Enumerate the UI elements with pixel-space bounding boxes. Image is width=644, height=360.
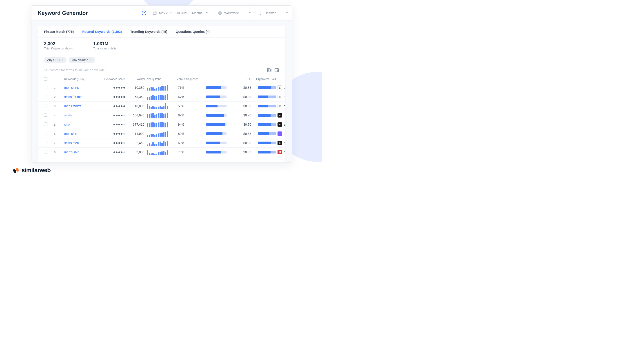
search-icon bbox=[44, 68, 48, 72]
row-checkbox[interactable] bbox=[44, 104, 48, 108]
app-window: Keyword Generator May 2021 - Jul 2021 (3… bbox=[31, 6, 292, 163]
cpc-value: $0.70 bbox=[229, 114, 251, 117]
tab[interactable]: Questions Queries (4) bbox=[176, 26, 210, 37]
row-checkbox[interactable] bbox=[44, 113, 48, 117]
relevance-dots bbox=[96, 106, 125, 107]
brand-name: similarweb bbox=[22, 167, 50, 174]
col-relevance[interactable]: Relevance Score bbox=[96, 78, 125, 81]
cpc-value: $0.83 bbox=[229, 95, 251, 99]
trend-sparkline bbox=[146, 112, 177, 118]
help-button[interactable] bbox=[139, 6, 149, 20]
row-index: 3 bbox=[54, 104, 64, 108]
leader-domain[interactable]: myntra.com bbox=[284, 95, 285, 99]
zero-click-bar bbox=[206, 151, 226, 154]
leader-domain[interactable]: shein.com bbox=[284, 123, 285, 126]
leader-favicon: S bbox=[278, 122, 282, 127]
chevron-down-icon: ▼ bbox=[62, 59, 64, 61]
results-card: Phrase Match (775)Related Keywords (2,30… bbox=[38, 26, 285, 162]
relevance-dots bbox=[96, 96, 125, 98]
svg-rect-15 bbox=[270, 69, 272, 70]
keyword-link[interactable]: men shirts bbox=[64, 86, 96, 90]
table-row: 7shirts men2,46068%$0.83Sshein.com bbox=[38, 138, 285, 148]
columns-settings-button[interactable] bbox=[274, 68, 279, 72]
col-keywords[interactable]: Keywords (2,302) bbox=[64, 78, 96, 81]
col-leader[interactable]: Leader bbox=[284, 78, 285, 81]
leader-favicon bbox=[278, 104, 282, 108]
col-ovp[interactable]: Organic vs. Paid bbox=[251, 78, 276, 81]
row-checkbox[interactable] bbox=[44, 141, 48, 144]
col-zero-click[interactable]: Zero-click queries bbox=[177, 78, 206, 81]
date-range-selector[interactable]: May 2021 - Jul 2021 (3 Months) ▼ bbox=[149, 6, 214, 20]
leader-domain[interactable]: amazon.com bbox=[284, 86, 285, 90]
row-checkbox[interactable] bbox=[44, 86, 48, 89]
tab[interactable]: Phrase Match (775) bbox=[44, 26, 74, 37]
table-row: 1men shirts10,38071%$0.83aamazon.com bbox=[38, 83, 285, 92]
keyword-link[interactable]: men shirt bbox=[64, 132, 96, 136]
row-index: 2 bbox=[54, 95, 64, 99]
select-all-checkbox[interactable] bbox=[44, 77, 48, 81]
row-checkbox[interactable] bbox=[44, 95, 48, 98]
col-volume[interactable]: Volume bbox=[125, 78, 146, 81]
leader-domain[interactable]: next.co.uk bbox=[284, 114, 285, 117]
leader-favicon: M bbox=[278, 150, 282, 154]
search-input[interactable] bbox=[50, 68, 265, 72]
tab[interactable]: Related Keywords (2,302) bbox=[82, 26, 122, 37]
cpc-value: $0.83 bbox=[229, 141, 251, 145]
volume-value: 377,410 bbox=[125, 123, 146, 126]
volume-value: 3,890 bbox=[125, 150, 146, 154]
row-checkbox[interactable] bbox=[44, 150, 48, 154]
keyword-link[interactable]: shirts for men bbox=[64, 95, 96, 99]
leader-domain[interactable]: matalan.co.uk bbox=[284, 150, 285, 154]
table-row: 2shirts for men63,36067%$0.83myntra.com bbox=[38, 92, 285, 102]
leader-favicon: S bbox=[278, 141, 282, 145]
cpc-value: $0.83 bbox=[229, 86, 251, 90]
date-range-label: May 2021 - Jul 2021 (3 Months) bbox=[159, 11, 204, 15]
device-selector[interactable]: Desktop ▼ bbox=[255, 6, 292, 20]
table-row: 3mens tshirts10,03055%$0.83nordstrom.com bbox=[38, 102, 285, 111]
leader-domain[interactable]: nordstrom.com bbox=[284, 104, 285, 108]
zero-click-bar bbox=[206, 132, 226, 135]
svg-rect-16 bbox=[270, 70, 272, 70]
total-visits-value: 1.031M bbox=[93, 41, 116, 46]
row-checkbox[interactable] bbox=[44, 122, 48, 126]
tabs: Phrase Match (775)Related Keywords (2,30… bbox=[38, 26, 285, 38]
export-excel-button[interactable] bbox=[267, 68, 272, 72]
relevance-dots bbox=[96, 142, 125, 144]
tab[interactable]: Trending Keywords (45) bbox=[130, 26, 167, 37]
leader-favicon bbox=[278, 132, 282, 136]
trend-sparkline bbox=[146, 149, 177, 155]
globe-icon bbox=[218, 11, 222, 15]
leader-domain[interactable]: bulkresizephotos bbox=[284, 132, 285, 136]
organic-paid-bar bbox=[258, 151, 276, 154]
col-cpc[interactable]: CPC bbox=[229, 78, 251, 81]
cpc-filter[interactable]: Any CPC ▼ bbox=[44, 57, 66, 63]
region-label: Worldwide bbox=[224, 11, 239, 15]
leader-domain[interactable]: shein.com bbox=[284, 141, 285, 145]
keyword-link[interactable]: shirts men bbox=[64, 141, 96, 145]
volume-filter[interactable]: Any Volume ▼ bbox=[69, 57, 95, 63]
total-visits-label: Total search visits bbox=[93, 47, 116, 50]
zero-click-pct: 73% bbox=[177, 150, 206, 154]
relevance-dots bbox=[96, 133, 125, 134]
leader-favicon bbox=[278, 94, 282, 99]
relevance-dots bbox=[96, 152, 125, 153]
col-trend[interactable]: Yearly trend bbox=[146, 78, 177, 81]
trend-sparkline bbox=[146, 140, 177, 146]
zero-click-bar bbox=[206, 123, 226, 126]
volume-filter-label: Any Volume bbox=[72, 58, 88, 62]
keyword-link[interactable]: mens tshirts bbox=[64, 104, 96, 108]
organic-paid-bar bbox=[258, 105, 276, 108]
cpc-filter-label: Any CPC bbox=[47, 58, 60, 62]
keyword-link[interactable]: shirt bbox=[64, 123, 96, 126]
chevron-down-icon: ▼ bbox=[206, 12, 208, 14]
row-index: 6 bbox=[54, 132, 64, 136]
region-selector[interactable]: Worldwide ▼ bbox=[214, 6, 255, 20]
organic-paid-bar bbox=[258, 96, 276, 98]
svg-rect-17 bbox=[270, 71, 272, 72]
zero-click-pct: 80% bbox=[177, 132, 206, 136]
organic-paid-bar bbox=[258, 123, 276, 126]
row-index: 1 bbox=[54, 86, 64, 90]
row-checkbox[interactable] bbox=[44, 132, 48, 135]
keyword-link[interactable]: men's shirt bbox=[64, 150, 96, 154]
keyword-link[interactable]: shirts bbox=[64, 114, 96, 117]
